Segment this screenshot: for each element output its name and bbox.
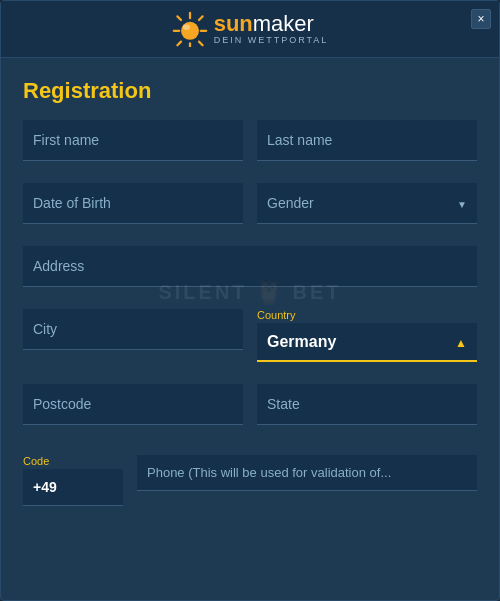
phone-group: [137, 455, 477, 506]
city-input[interactable]: [23, 309, 243, 350]
svg-line-7: [199, 16, 203, 20]
page-title: Registration: [23, 78, 477, 104]
brand-maker: maker: [253, 11, 314, 36]
svg-point-9: [182, 25, 189, 30]
modal-body: Registration Gender Male Female ▼: [1, 58, 499, 526]
gender-select[interactable]: Gender Male Female: [257, 183, 477, 224]
country-group: Country Germany France Austria Switzerla…: [257, 309, 477, 362]
country-select-wrapper: Germany France Austria Switzerland ▲: [257, 323, 477, 362]
last-name-group: [257, 120, 477, 161]
last-name-input[interactable]: [257, 120, 477, 161]
address-row: [23, 246, 477, 287]
svg-line-6: [199, 42, 203, 46]
registration-modal: sunmaker DEIN WETTPORTAL × Registration: [0, 0, 500, 601]
brand-tagline: DEIN WETTPORTAL: [214, 35, 329, 45]
address-input[interactable]: [23, 246, 477, 287]
dob-input[interactable]: [23, 183, 243, 224]
close-button[interactable]: ×: [471, 9, 491, 29]
phone-input[interactable]: [137, 455, 477, 491]
first-name-input[interactable]: [23, 120, 243, 161]
postcode-group: [23, 384, 243, 425]
brand-sun: sun: [214, 11, 253, 36]
svg-line-8: [177, 42, 181, 46]
address-group: [23, 246, 477, 287]
gender-group: Gender Male Female ▼: [257, 183, 477, 224]
postcode-input[interactable]: [23, 384, 243, 425]
country-select[interactable]: Germany France Austria Switzerland: [257, 323, 477, 362]
state-group: [257, 384, 477, 425]
code-group: Code +49: [23, 455, 123, 506]
postcode-state-row: [23, 384, 477, 425]
code-value: +49: [23, 469, 123, 506]
logo: sunmaker DEIN WETTPORTAL: [172, 11, 329, 47]
state-input[interactable]: [257, 384, 477, 425]
city-country-row: Country Germany France Austria Switzerla…: [23, 309, 477, 362]
first-name-group: [23, 120, 243, 161]
sun-icon: [172, 11, 208, 47]
code-label: Code: [23, 455, 123, 467]
brand-name: sunmaker: [214, 13, 314, 35]
city-group: [23, 309, 243, 362]
country-label: Country: [257, 309, 477, 321]
phone-row: Code +49: [23, 455, 477, 506]
svg-point-0: [181, 22, 199, 40]
brand-text: sunmaker DEIN WETTPORTAL: [214, 13, 329, 45]
modal-header: sunmaker DEIN WETTPORTAL ×: [1, 1, 499, 58]
dob-group: [23, 183, 243, 224]
svg-line-5: [177, 16, 181, 20]
dob-gender-row: Gender Male Female ▼: [23, 183, 477, 224]
name-row: [23, 120, 477, 161]
